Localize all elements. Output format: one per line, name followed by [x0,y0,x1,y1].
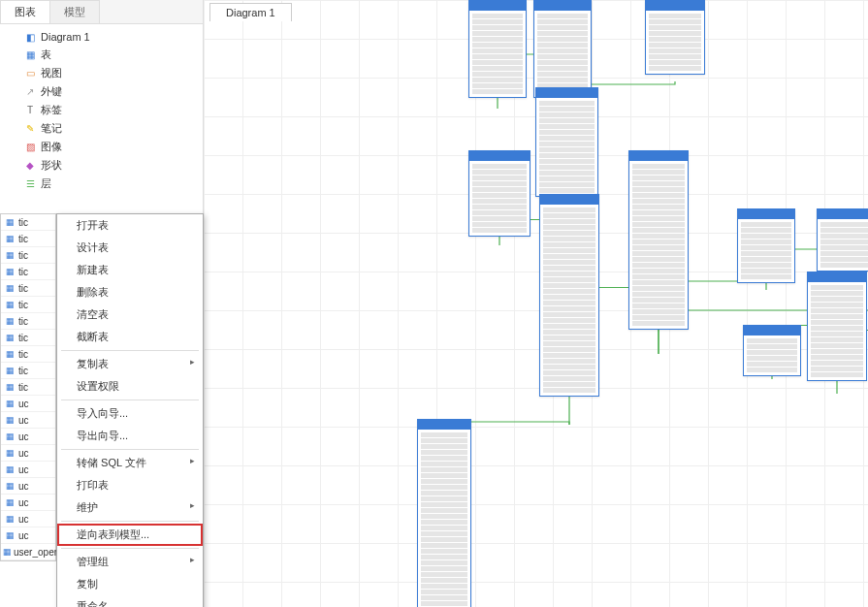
table-row[interactable]: ▦uc [1,396,55,412]
sidebar-item-table[interactable]: ▦表 [0,46,203,64]
entity-e3[interactable] [535,87,598,197]
table-row[interactable]: ▦tic [1,247,55,264]
table-row[interactable]: ▦uc [1,412,55,429]
table-name: uc [18,448,29,459]
entity-header [469,151,530,161]
tab-model[interactable]: 模型 [49,0,100,23]
table-row[interactable]: ▦tic [1,280,55,297]
tab-diagram[interactable]: 图表 [0,0,50,23]
table-name: uc [18,415,29,426]
ctx-item[interactable]: 维护 [57,496,203,519]
tree-label: 层 [41,176,51,191]
entity-e6[interactable] [628,150,689,330]
entity-body [536,98,597,196]
entity-header [818,209,868,219]
table-row[interactable]: ▦tic [1,346,55,363]
table-row[interactable]: ▦tic [1,297,55,313]
entity-e2[interactable] [533,0,592,98]
sidebar-item-shape[interactable]: ◆形状 [0,156,203,175]
sidebar-item-fk[interactable]: ↗外键 [0,82,203,101]
entity-e8[interactable] [817,208,868,272]
table-icon: ▦ [3,232,16,245]
ctx-item[interactable]: 逆向表到模型... [57,524,203,546]
menu-separator [61,449,199,450]
entity-e18[interactable] [468,150,530,237]
table-name: tic [18,316,28,327]
table-name: uc [18,497,29,508]
tree-label: 标签 [41,103,62,117]
ctx-item[interactable]: 设置权限 [57,375,203,398]
table-icon: ▦ [3,281,16,295]
ctx-item[interactable]: 设计表 [57,237,203,259]
table-row[interactable]: ▦uc [1,478,55,495]
ctx-item[interactable]: 打开表 [57,214,203,237]
entity-body [738,219,794,282]
diagram-icon: ◧ [23,30,37,44]
entity-e9[interactable] [807,272,867,381]
sidebar-item-diagram[interactable]: ◧Diagram 1 [0,28,203,46]
ctx-item[interactable]: 删除表 [57,281,203,304]
table-name: tic [18,349,28,360]
sidebar-item-note[interactable]: ✎笔记 [0,119,203,138]
entity-e7[interactable] [737,208,795,283]
table-row[interactable]: ▦uc [1,429,55,445]
sidebar-item-label[interactable]: T标签 [0,101,203,119]
entity-e10[interactable] [743,325,801,376]
menu-separator [61,521,199,522]
table-row[interactable]: ▦tic [1,379,55,396]
ctx-item[interactable]: 新建表 [57,259,203,281]
table-row[interactable]: ▦user_operate_record [1,544,55,560]
entity-e1[interactable] [468,0,527,98]
menu-separator [61,548,199,549]
ctx-item[interactable]: 复制 [57,573,203,595]
diagram-canvas[interactable]: Diagram 1 [204,0,868,607]
table-row[interactable]: ▦tic [1,231,55,247]
sidebar-item-image[interactable]: ▨图像 [0,138,203,156]
table-row[interactable]: ▦tic [1,363,55,379]
tree-label: 表 [41,48,51,62]
ctx-item[interactable]: 截断表 [57,326,203,348]
table-icon: ▦ [3,298,16,311]
ctx-item[interactable]: 导出向导... [57,425,203,447]
entity-body [418,430,470,607]
table-icon: ▦ [3,265,16,278]
table-row[interactable]: ▦tic [1,330,55,346]
entity-e5[interactable] [645,0,705,75]
table-name: uc [18,481,29,492]
entity-body [744,335,800,375]
ctx-item[interactable]: 导入向导... [57,402,203,425]
entity-body [818,219,868,271]
canvas-tab[interactable]: Diagram 1 [209,3,292,21]
table-row[interactable]: ▦tic [1,264,55,280]
table-row[interactable]: ▦uc [1,462,55,478]
entity-header [738,209,794,219]
table-row[interactable]: ▦uc [1,495,55,511]
sidebar-item-layer[interactable]: ☰层 [0,175,203,193]
ctx-item[interactable]: 管理组 [57,551,203,573]
table-row[interactable]: ▦uc [1,527,55,544]
table-name: tic [18,300,28,310]
entity-body [540,205,598,396]
ctx-item[interactable]: 打印表 [57,474,203,496]
table-row[interactable]: ▦uc [1,445,55,462]
entity-body [629,161,688,329]
note-icon: ✎ [23,122,37,136]
ctx-item[interactable]: 复制表 [57,353,203,375]
table-name: tic [18,234,28,244]
table-icon: ▦ [3,446,16,460]
entity-e4[interactable] [539,194,599,397]
sidebar-tabs: 图表 模型 [0,0,203,24]
table-name: uc [18,399,29,409]
table-row[interactable]: ▦uc [1,511,55,527]
table-row[interactable]: ▦tic [1,214,55,231]
entity-e16[interactable] [417,419,471,607]
table-name: uc [18,431,29,442]
table-icon: ▦ [23,48,37,62]
ctx-item[interactable]: 重命名 [57,595,203,607]
ctx-item[interactable]: 清空表 [57,304,203,326]
tree-label: 图像 [41,140,62,154]
table-icon: ▦ [3,397,16,410]
table-row[interactable]: ▦tic [1,313,55,330]
ctx-item[interactable]: 转储 SQL 文件 [57,452,203,474]
sidebar-item-view[interactable]: ▭视图 [0,64,203,82]
